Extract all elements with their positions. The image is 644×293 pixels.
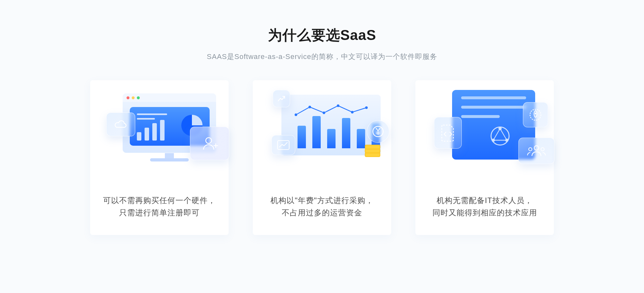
- svg-point-3: [323, 112, 325, 114]
- feature-card-hardware: 可以不需再购买任何一个硬件， 只需进行简单注册即可: [90, 80, 229, 235]
- svg-point-4: [337, 104, 339, 107]
- code-file-icon: [434, 117, 462, 149]
- illustration-payment: [264, 90, 380, 166]
- group-icon: [518, 138, 554, 164]
- coin-stack-icon: [365, 143, 380, 157]
- card-text-line2: 同时又能得到相应的技术应用: [432, 207, 537, 219]
- rocket-icon: [523, 102, 548, 127]
- share-icon: [489, 125, 511, 147]
- svg-point-5: [351, 111, 354, 113]
- section-subtitle: SAAS是Software-as-a-Service的简称，中文可以译为一个软件…: [0, 52, 644, 62]
- section-heading: 为什么要选SaaS SAAS是Software-as-a-Service的简称，…: [0, 26, 644, 62]
- svg-point-2: [308, 106, 311, 108]
- svg-point-17: [541, 148, 544, 151]
- svg-point-1: [295, 113, 297, 116]
- add-user-icon: [190, 127, 229, 160]
- feature-card-payment: 机构以"年费"方式进行采购， 不占用过多的运营资金: [253, 80, 391, 235]
- card-text-line1: 可以不需再购买任何一个硬件，: [103, 194, 216, 207]
- card-text-line1: 机构无需配备IT技术人员，: [432, 194, 537, 207]
- card-text-line2: 只需进行简单注册即可: [103, 207, 216, 219]
- svg-point-14: [535, 113, 536, 114]
- illustration-hardware: [102, 90, 217, 166]
- svg-point-15: [534, 146, 539, 150]
- svg-point-6: [365, 106, 368, 109]
- card-text-line1: 机构以"年费"方式进行采购，: [270, 194, 373, 207]
- feature-card-tech: 机构无需配备IT技术人员， 同时又能得到相应的技术应用: [415, 80, 554, 235]
- illustration-tech: [427, 90, 542, 166]
- cloud-icon: [106, 112, 135, 136]
- svg-point-16: [529, 148, 532, 151]
- line-chart-icon: [271, 135, 295, 155]
- card-text-line2: 不占用过多的运营资金: [270, 207, 373, 219]
- svg-point-0: [206, 138, 212, 143]
- yen-currency-icon: [367, 120, 389, 143]
- trend-up-icon: [273, 90, 290, 107]
- feature-cards-row: 可以不需再购买任何一个硬件， 只需进行简单注册即可: [90, 80, 554, 235]
- section-title: 为什么要选SaaS: [0, 26, 644, 45]
